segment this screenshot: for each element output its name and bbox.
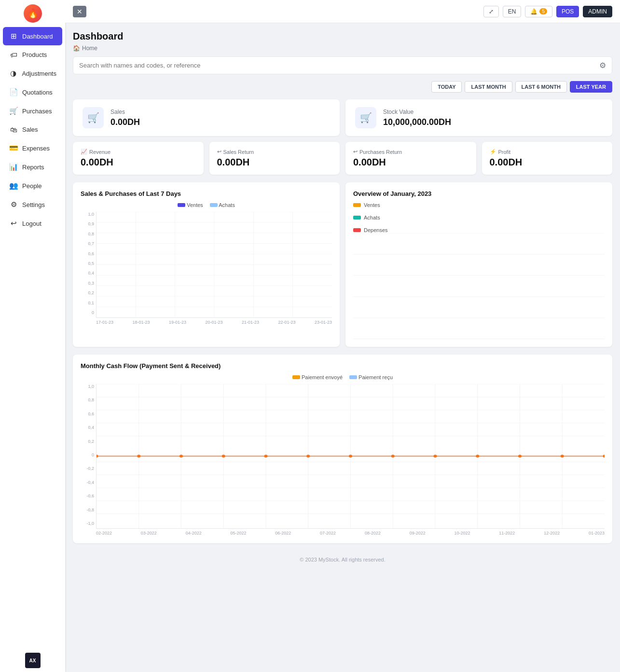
cashflow-title: Monthly Cash Flow (Payment Sent & Receiv…: [81, 362, 605, 370]
expand-button[interactable]: ⤢: [483, 6, 499, 17]
header-right: ⤢ EN 🔔 5 POS ADMIN: [483, 6, 612, 17]
small-kpi-label-3: ⚡ Profit: [490, 149, 605, 155]
settings-icon[interactable]: ⚙: [599, 61, 606, 70]
kpi-icon-0: 📈: [81, 149, 87, 155]
stock-value: 10,000,000.00DH: [383, 117, 451, 127]
expenses-icon: 💳: [9, 144, 18, 152]
language-button[interactable]: EN: [503, 6, 522, 17]
date-filter-last_year[interactable]: LAST YEAR: [570, 81, 612, 93]
header: ✕ ⤢ EN 🔔 5 POS ADMIN: [65, 0, 620, 23]
pos-button[interactable]: POS: [556, 6, 579, 17]
date-filter-last_month[interactable]: LAST MONTH: [465, 81, 512, 93]
close-button[interactable]: ✕: [73, 6, 86, 17]
charts-row: Sales & Purchases of Last 7 Days Ventes …: [73, 182, 612, 347]
overview-legend: Ventes Achats Depenses: [353, 202, 605, 233]
achats-legend: Achats: [210, 202, 235, 208]
sales-purchases-chart-title: Sales & Purchases of Last 7 Days: [81, 190, 332, 197]
sidebar-item-dashboard[interactable]: ⊞ Dashboard: [3, 27, 62, 45]
content-area: Dashboard 🏠 Home ⚙ TODAYLAST MONTHLAST 6…: [65, 23, 620, 672]
depenses-label: Depenses: [364, 227, 388, 233]
people-icon: 👥: [9, 181, 18, 190]
svg-point-43: [96, 455, 98, 458]
payment-received-legend: Paiement reçu: [349, 374, 393, 380]
notifications-button[interactable]: 🔔 5: [525, 6, 552, 17]
quotations-icon: 📄: [9, 88, 18, 96]
payment-sent-dot: [292, 375, 300, 379]
footer-text: © 2023 MyStock. All rights reserved.: [300, 557, 385, 562]
small-kpi-label-2: ↩ Purchases Return: [353, 149, 468, 155]
sidebar-item-reports[interactable]: 📊 Reports: [3, 158, 62, 176]
sidebar-item-label: Adjustments: [22, 70, 56, 77]
footer: © 2023 MyStock. All rights reserved.: [73, 551, 612, 568]
small-kpi-value-1: 0.00DH: [217, 157, 332, 168]
sidebar-item-products[interactable]: 🏷 Products: [3, 46, 62, 64]
sidebar-item-settings[interactable]: ⚙ Settings: [3, 195, 62, 214]
date-filter-row: TODAYLAST MONTHLAST 6 MONTHLAST YEAR: [73, 81, 612, 93]
page-title: Dashboard: [73, 31, 123, 42]
sidebar-item-expenses[interactable]: 💳 Expenses: [3, 139, 62, 157]
sidebar-item-people[interactable]: 👥 People: [3, 177, 62, 195]
overview-chart-area: [353, 233, 605, 339]
cashflow-legend: Paiement envoyé Paiement reçu: [81, 374, 605, 380]
sales-purchases-chart-wrapper: 1,00,90,80,70,6 0,50,40,30,20,10: [81, 212, 332, 325]
small-kpi-value-3: 0.00DH: [490, 157, 605, 168]
svg-point-52: [476, 455, 479, 458]
svg-point-45: [179, 455, 183, 458]
sidebar-item-label: Settings: [22, 201, 45, 208]
ventes-dot: [178, 203, 185, 207]
depenses-dot: [353, 228, 361, 232]
stock-label: Stock Value: [383, 109, 451, 115]
kpi-icon-3: ⚡: [490, 149, 496, 155]
breadcrumb: 🏠 Home: [73, 45, 612, 52]
depenses-legend-item: Depenses: [353, 227, 605, 233]
payment-received-dot: [349, 375, 357, 379]
admin-button[interactable]: ADMIN: [583, 6, 612, 17]
breadcrumb-label: Home: [82, 45, 97, 52]
dashboard-icon: ⊞: [9, 32, 18, 41]
achats-legend-item: Achats: [353, 215, 605, 220]
payment-sent-legend: Paiement envoyé: [292, 374, 343, 380]
achats-dot: [210, 203, 218, 207]
date-filter-last_6_month[interactable]: LAST 6 MONTH: [515, 81, 567, 93]
sidebar-item-label: Reports: [22, 164, 44, 171]
search-row: ⚙: [73, 56, 612, 74]
header-left: ✕: [73, 6, 86, 17]
cashflow-x-labels: 02-202203-202204-202205-2022 06-202207-2…: [96, 529, 605, 535]
stock-kpi-card: 🛒 Stock Value 10,000,000.00DH: [345, 99, 612, 136]
ventes-legend: Ventes: [178, 202, 203, 208]
sidebar-item-label: Dashboard: [22, 33, 53, 40]
date-filter-today[interactable]: TODAY: [431, 81, 462, 93]
sales-purchases-chart-card: Sales & Purchases of Last 7 Days Ventes …: [73, 182, 340, 347]
cashflow-chart-wrapper: 1,00,80,60,40,2 0-0,2-0,4-0,6-0,8-1,0: [81, 384, 605, 535]
sidebar-item-logout[interactable]: ↩ Logout: [3, 214, 62, 233]
sidebar-item-label: Products: [22, 51, 47, 58]
ventes-overview-label: Ventes: [364, 202, 380, 208]
sales-kpi-info: Sales 0.00DH: [110, 109, 140, 127]
svg-point-54: [561, 455, 564, 458]
small-kpi-profit: ⚡ Profit 0.00DH: [482, 142, 613, 175]
sidebar-item-sales[interactable]: 🛍 Sales: [3, 121, 62, 138]
small-kpi-label-0: 📈 Revenue: [81, 149, 196, 155]
ventes-legend-item: Ventes: [353, 202, 605, 208]
search-input[interactable]: [79, 62, 595, 69]
svg-point-44: [137, 455, 140, 458]
kpi-icon-1: ↩: [217, 149, 221, 155]
cashflow-chart-card: Monthly Cash Flow (Payment Sent & Receiv…: [73, 355, 612, 543]
sidebar-item-adjustments[interactable]: ◑ Adjustments: [3, 64, 62, 82]
sidebar-item-purchases[interactable]: 🛒 Purchases: [3, 102, 62, 120]
sidebar-item-label: Sales: [22, 126, 38, 133]
svg-point-55: [603, 455, 605, 458]
adjustments-icon: ◑: [9, 69, 18, 78]
sidebar-item-label: People: [22, 182, 41, 190]
sales-icon: 🛒: [83, 107, 104, 128]
sales-icon: 🛍: [9, 125, 18, 134]
sales-kpi-card: 🛒 Sales 0.00DH: [73, 99, 340, 136]
y-axis-labels: 1,00,90,80,70,6 0,50,40,30,20,10: [81, 212, 94, 315]
sidebar-item-quotations[interactable]: 📄 Quotations: [3, 83, 62, 101]
settings-icon: ⚙: [9, 200, 18, 209]
cashflow-y-labels: 1,00,80,60,40,2 0-0,2-0,4-0,6-0,8-1,0: [81, 384, 94, 526]
sidebar-item-label: Quotations: [22, 89, 53, 96]
overview-chart-card: Overview of January, 2023 Ventes Achats …: [345, 182, 612, 347]
home-icon: 🏠: [73, 45, 80, 52]
reports-icon: 📊: [9, 163, 18, 171]
